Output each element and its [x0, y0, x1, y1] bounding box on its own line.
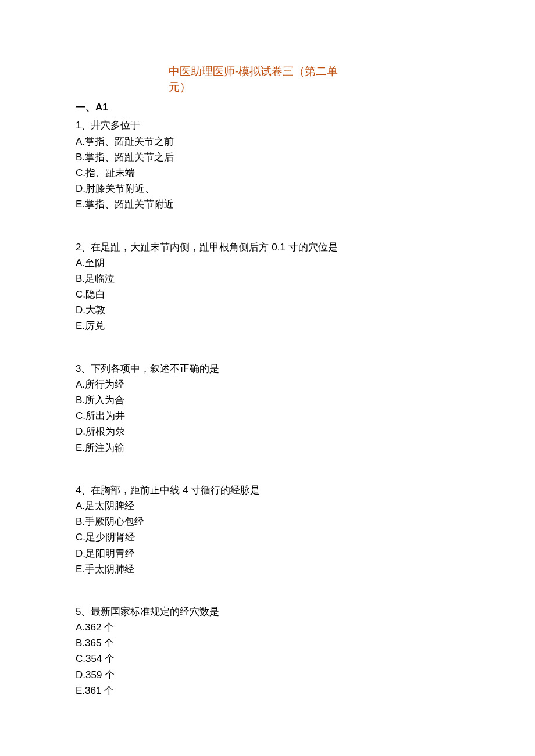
question-block: 1、井穴多位于 A.掌指、跖趾关节之前 B.掌指、跖趾关节之后 C.指、趾末端 … — [76, 117, 465, 212]
question-option: A.足太阴脾经 — [76, 498, 465, 514]
question-stem: 4、在胸部，距前正中线 4 寸循行的经脉是 — [76, 482, 465, 498]
question-option: B.掌指、跖趾关节之后 — [76, 149, 465, 165]
question-block: 3、下列各项中，叙述不正确的是 A.所行为经 B.所入为合 C.所出为井 D.所… — [76, 361, 465, 456]
question-block: 4、在胸部，距前正中线 4 寸循行的经脉是 A.足太阴脾经 B.手厥阴心包经 C… — [76, 482, 465, 577]
page: 中医助理医师-模拟试卷三（第二单元） 一、A1 1、井穴多位于 A.掌指、跖趾关… — [0, 0, 535, 756]
question-option: E.361 个 — [76, 683, 465, 698]
question-block: 5、最新国家标准规定的经穴数是 A.362 个 B.365 个 C.354 个 … — [76, 604, 465, 698]
question-block: 2、在足趾，大趾末节内侧，趾甲根角侧后方 0.1 寸的穴位是 A.至阴 B.足临… — [76, 239, 465, 334]
question-option: E.厉兑 — [76, 318, 465, 334]
question-option: C.指、趾末端 — [76, 165, 465, 181]
question-option: C.354 个 — [76, 651, 465, 667]
question-option: E.手太阴肺经 — [76, 561, 465, 577]
question-stem: 2、在足趾，大趾末节内侧，趾甲根角侧后方 0.1 寸的穴位是 — [76, 239, 465, 255]
question-option: A.掌指、跖趾关节之前 — [76, 134, 465, 149]
question-option: D.大敦 — [76, 302, 465, 318]
question-option: D.359 个 — [76, 667, 465, 683]
question-option: D.肘膝关节附近、 — [76, 181, 465, 196]
question-option: E.掌指、跖趾关节附近 — [76, 196, 465, 212]
section-heading: 一、A1 — [76, 99, 465, 115]
question-option: E.所注为输 — [76, 440, 465, 456]
question-option: B.足临泣 — [76, 271, 465, 286]
question-option: A.至阴 — [76, 255, 465, 271]
question-stem: 1、井穴多位于 — [76, 117, 465, 133]
question-option: C.所出为井 — [76, 408, 465, 424]
question-option: C.隐白 — [76, 286, 465, 302]
question-option: A.所行为经 — [76, 377, 465, 392]
question-option: C.足少阴肾经 — [76, 529, 465, 545]
question-option: A.362 个 — [76, 619, 465, 635]
question-option: D.足阳明胃经 — [76, 546, 465, 561]
question-option: B.所入为合 — [76, 392, 465, 408]
document-title: 中医助理医师-模拟试卷三（第二单元） — [169, 64, 349, 95]
question-stem: 5、最新国家标准规定的经穴数是 — [76, 604, 465, 619]
question-stem: 3、下列各项中，叙述不正确的是 — [76, 361, 465, 377]
question-option: B.365 个 — [76, 635, 465, 651]
question-option: B.手厥阴心包经 — [76, 514, 465, 529]
question-option: D.所根为荥 — [76, 424, 465, 439]
